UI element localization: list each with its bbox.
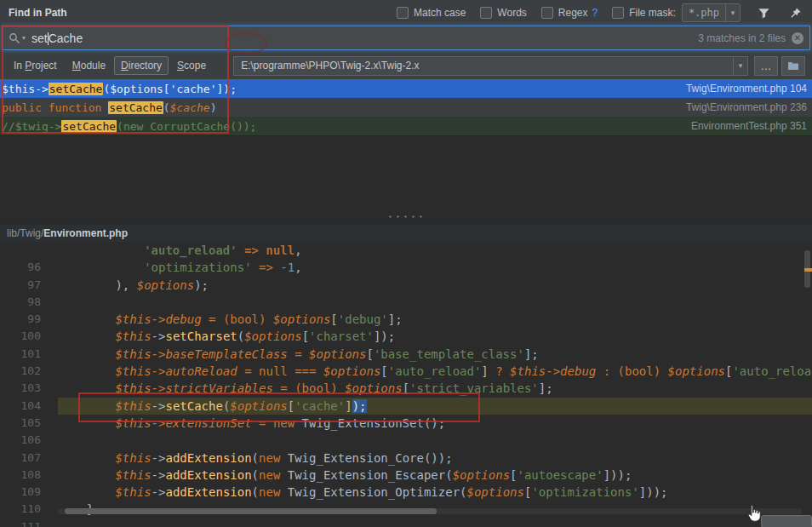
mouse-cursor-hand-icon [744, 504, 763, 523]
match-case-label: Match case [414, 7, 466, 19]
line-code: ), $options); [58, 277, 812, 294]
line-code [58, 294, 812, 311]
line-code: 'auto_reload' => null, [58, 242, 812, 259]
line-code: $this->setCache($options['cache']); [58, 398, 812, 415]
find-in-path-dialog: Find in Path Match case Words Regex ? Fi… [0, 0, 812, 79]
scope-tabs: In ProjectModuleDirectoryScope [7, 56, 214, 75]
checkbox-icon[interactable] [612, 7, 624, 19]
editor[interactable]: 'auto_reload' => null,96 'optimizations'… [0, 242, 812, 527]
line-code: $this->autoReload = null === $options['a… [58, 363, 812, 380]
code-line[interactable]: 103 $this->strictVariables = (bool) $opt… [0, 380, 812, 397]
result-location: EnvironmentTest.php 351 [691, 120, 807, 132]
line-number: 106 [0, 432, 41, 449]
filter-icon[interactable] [755, 4, 772, 21]
code-line[interactable]: 107 $this->addExtension(new Twig_Extensi… [0, 450, 812, 467]
breadcrumb-path[interactable]: lib/Twig/ [7, 227, 43, 239]
line-number: 100 [0, 328, 41, 345]
result-location: Twig\Environment.php 236 [686, 101, 807, 113]
line-number: 110 [0, 501, 41, 518]
scope-tab-module[interactable]: Module [66, 56, 112, 75]
result-code: public function setCache($cache) [2, 101, 216, 114]
code-line[interactable]: 100 $this->setCharset($options['charset'… [0, 328, 812, 345]
search-icon[interactable]: ▾ [9, 32, 26, 44]
scope-tab-directory[interactable]: Directory [114, 56, 169, 75]
line-number: 107 [0, 450, 41, 467]
result-row[interactable]: //$twig->setCache(new CorruptCache());En… [0, 117, 812, 135]
code-line[interactable]: 99 $this->debug = (bool) $options['debug… [0, 311, 812, 328]
words-label: Words [497, 7, 526, 19]
horizontal-scrollbar[interactable] [58, 508, 802, 514]
code-line[interactable]: 'auto_reload' => null, [0, 242, 812, 259]
result-location: Twig\Environment.php 104 [686, 83, 807, 95]
line-number: 101 [0, 346, 41, 363]
splitter-grip[interactable] [386, 215, 426, 218]
checkbox-icon[interactable] [541, 7, 553, 19]
chevron-down-icon[interactable]: ▾ [733, 57, 747, 75]
line-number: 97 [0, 277, 41, 294]
checkbox-icon[interactable] [397, 7, 409, 19]
dialog-title: Find in Path [9, 7, 67, 19]
corner-widget[interactable] [761, 515, 812, 527]
line-code: $this->setCharset($options['charset']); [58, 328, 812, 345]
code-line[interactable]: 108 $this->addExtension(new Twig_Extensi… [0, 467, 812, 484]
scope-tab-scope[interactable]: Scope [170, 56, 213, 75]
code-line[interactable]: 102 $this->autoReload = null === $option… [0, 363, 812, 380]
code-line[interactable]: 109 $this->addExtension(new Twig_Extensi… [0, 484, 812, 501]
code-line[interactable]: 104 $this->setCache($options['cache']); [0, 398, 812, 415]
clear-search-icon[interactable]: ✕ [792, 32, 803, 44]
line-number: 105 [0, 415, 41, 432]
horizontal-scrollbar-thumb[interactable] [65, 508, 437, 514]
line-code: $this->debug = (bool) $options['debug']; [58, 311, 812, 328]
pin-icon[interactable] [786, 4, 803, 21]
regex-checkbox[interactable]: Regex [541, 7, 588, 19]
result-row[interactable]: $this->setCache($options['cache']);Twig\… [0, 79, 812, 98]
checkbox-icon[interactable] [480, 7, 492, 19]
scope-tab-in-project[interactable]: In Project [7, 56, 64, 75]
search-query[interactable]: setCache [31, 32, 83, 45]
code-line[interactable]: 96 'optimizations' => -1, [0, 259, 812, 276]
breadcrumb[interactable]: lib/Twig/Environment.php [0, 224, 812, 242]
match-case-checkbox[interactable]: Match case [397, 7, 466, 19]
code-line[interactable]: 105 $this->extensionSet = new Twig_Exten… [0, 415, 812, 432]
code-line[interactable]: 101 $this->baseTemplateClass = $options[… [0, 346, 812, 363]
file-mask-value: *.php [683, 7, 725, 19]
query-text: set [31, 32, 48, 45]
match-count-label: 3 matches in 2 files [698, 32, 786, 44]
chevron-down-icon[interactable]: ▾ [725, 4, 740, 21]
line-number: 104 [0, 398, 41, 415]
result-row[interactable]: public function setCache($cache)Twig\Env… [0, 98, 812, 117]
browse-directory-button[interactable]: … [754, 56, 778, 76]
file-mask-checkbox[interactable]: File mask: [612, 7, 676, 19]
code-line[interactable]: 97 ), $options); [0, 277, 812, 294]
breadcrumb-file[interactable]: Environment.php [43, 227, 128, 239]
line-number: 109 [0, 484, 41, 501]
line-number: 102 [0, 363, 41, 380]
words-checkbox[interactable]: Words [480, 7, 526, 19]
scope-row: In ProjectModuleDirectoryScope E:\progra… [0, 52, 812, 79]
code-line[interactable]: 111 [0, 518, 812, 527]
line-number: 108 [0, 467, 41, 484]
directory-path-combobox[interactable]: E:\programme\PHPO\Twig-2.x\Twig-2.x ▾ [233, 56, 748, 76]
search-history-icon[interactable]: ▾ [22, 34, 26, 42]
result-code: //$twig->setCache(new CorruptCache()); [2, 120, 256, 133]
line-code [58, 432, 812, 449]
file-mask-combobox[interactable]: *.php ▾ [682, 3, 741, 22]
regex-label: Regex [558, 7, 588, 19]
result-code: $this->setCache($options['cache']); [2, 83, 237, 95]
directory-path-value: E:\programme\PHPO\Twig-2.x\Twig-2.x [234, 60, 733, 72]
line-code: $this->strictVariables = (bool) $options… [58, 380, 812, 397]
search-input[interactable]: ▾ setCache 3 matches in 2 files ✕ [2, 26, 810, 50]
line-code [58, 518, 812, 527]
dialog-header: Find in Path Match case Words Regex ? Fi… [0, 0, 812, 26]
regex-help-icon[interactable]: ? [592, 7, 598, 19]
recent-directories-button[interactable] [781, 56, 805, 76]
line-code: $this->extensionSet = new Twig_Extension… [58, 415, 812, 432]
find-in-path-window: Find in Path Match case Words Regex ? Fi… [0, 0, 812, 527]
code-line[interactable]: 106 [0, 432, 812, 449]
editor-lines: 'auto_reload' => null,96 'optimizations'… [0, 242, 812, 527]
line-number: 96 [0, 259, 41, 276]
query-text: Cache [49, 32, 83, 45]
code-line[interactable]: 98 [0, 294, 812, 311]
line-number: 98 [0, 294, 41, 311]
line-code: 'optimizations' => -1, [58, 259, 812, 276]
